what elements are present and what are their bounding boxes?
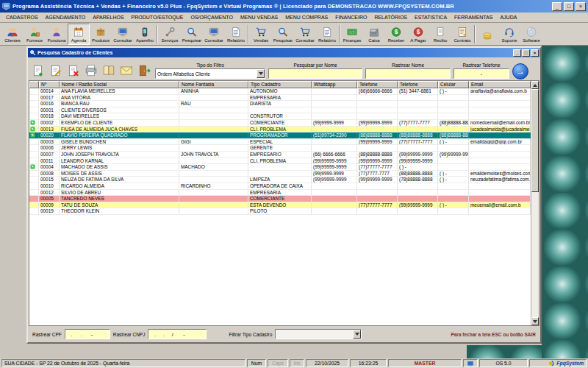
toolbar-funciona-button[interactable]: Funciona — [46, 24, 68, 45]
cell-fantasia — [179, 113, 248, 119]
toolbar-pesquisar-button[interactable]: Pesquisar — [272, 24, 294, 45]
chevron-down-icon[interactable] — [353, 330, 361, 339]
table-row[interactable]: 00019THEODOR KLEINPILOTO — [29, 208, 531, 215]
go-search-button[interactable]: → — [512, 63, 528, 79]
toolbar-fornece-button[interactable]: Fornece — [24, 24, 46, 45]
toolbar-suporte-button[interactable]: Suporte — [498, 24, 520, 45]
print-button[interactable] — [82, 62, 99, 79]
toolbar-a-pagar-button[interactable]: $A Pagar — [407, 24, 429, 45]
scroll-down-button[interactable] — [531, 317, 539, 325]
table-row[interactable]: 00005TANCREDO NEVESCOMERCIANTE — [29, 196, 531, 202]
minimize-button[interactable]: _ — [552, 2, 562, 11]
vertical-scrollbar[interactable] — [531, 81, 539, 325]
close-button[interactable]: × — [576, 2, 586, 11]
table-row[interactable]: 00011LEANDRO KARNALCLI. PROBLEMA(99)9999… — [29, 158, 531, 165]
toolbar-relatorio-button[interactable]: Relatório — [316, 24, 338, 45]
table-row[interactable]: 00009TATU DE SOUZAESTA DEVENDO(77)77777-… — [29, 202, 531, 209]
cell-cel — [438, 164, 469, 170]
toolbar-recibo-button[interactable]: Recibo — [429, 24, 451, 45]
toolbar-pesquisar-button[interactable]: Pesquisar — [181, 24, 203, 45]
table-row[interactable]: 00001CLIENTE DIVERSOS — [29, 107, 531, 114]
menu-item-financeiro[interactable]: FINANCEIRO — [331, 15, 370, 20]
table-row[interactable]: 00010RICARDO ALMEIDARICARDINHOOPERADORA … — [29, 183, 531, 190]
grid-header-whatsapp[interactable]: Whatsapp — [312, 81, 357, 88]
report-icon — [321, 26, 333, 38]
menu-item-aparelhos[interactable]: APARELHOS — [89, 15, 127, 20]
new-button[interactable] — [29, 62, 46, 79]
table-row[interactable]: 00003GISELE BUNDCHENGIGIESPECIAL(99)9999… — [29, 139, 531, 146]
toolbar-consultar-button[interactable]: Consultar — [294, 24, 316, 45]
menu-item-ajuda[interactable]: AJUDA — [496, 15, 520, 20]
toolbar-vendas-button[interactable]: Vendas — [250, 24, 272, 45]
edit-button[interactable] — [47, 62, 64, 79]
grid-header-celular[interactable]: Celular — [438, 81, 469, 88]
child-minimize-button[interactable]: _ — [513, 49, 521, 57]
child-close-button[interactable]: × — [531, 49, 539, 57]
toolbar-receber-button[interactable]: $Receber — [385, 24, 407, 45]
export-button[interactable] — [100, 62, 117, 79]
menu-item-agendamento[interactable]: AGENDAMENTO — [42, 15, 90, 20]
table-row[interactable]: 00013FIUSA DE ALMEIDA JUCA CHAVESCLI. PR… — [29, 127, 531, 133]
grid-header-email[interactable]: Email — [469, 81, 531, 88]
restore-button[interactable]: □ — [564, 2, 574, 11]
grid-header-nome-fantasia[interactable]: Nome Fantasia — [179, 81, 248, 88]
menu-item-produto-estoque[interactable]: PRODUTO/ESTOQUE — [128, 15, 187, 20]
scrollbar-track[interactable] — [531, 89, 539, 317]
menu-item-ferramentas[interactable]: FERRAMENTAS — [451, 15, 496, 20]
toolbar-coins-button[interactable] — [476, 24, 498, 45]
menu-item-relatorios[interactable]: RELATÓRIOS — [370, 15, 411, 20]
toolbar-consultar-button[interactable]: Consultar — [203, 24, 225, 45]
toolbar-servicos-button[interactable]: Serviços — [159, 24, 181, 45]
child-restore-button[interactable]: □ — [522, 49, 530, 57]
table-row[interactable]: 00016BIANCA RAURAUDIARISTA — [29, 101, 531, 107]
toolbar-produtos-button[interactable]: Produtos — [90, 24, 112, 45]
menu-item-estatistica[interactable]: ESTATISTICA — [411, 15, 451, 20]
exit-button[interactable] — [135, 62, 152, 79]
table-row[interactable]: 00012SILVIO DE ABREUEMPRESARIA — [29, 190, 531, 197]
cnpj-input[interactable]: . . / - — [148, 329, 207, 339]
track-phone-input[interactable]: - — [453, 68, 509, 79]
scrollbar-thumb[interactable] — [531, 89, 539, 192]
grid-header-telefone[interactable]: Telefone — [357, 81, 398, 88]
table-row[interactable]: 00008MOISES DE ASSIS(99)9999-9999(77)777… — [29, 171, 531, 177]
search-name-input[interactable] — [268, 68, 362, 79]
toolbar-contrato-button[interactable]: Contrato — [451, 24, 473, 45]
menu-item-menu-compras[interactable]: MENU COMPRAS — [282, 15, 331, 20]
cell-no: 00011 — [39, 158, 60, 164]
table-row[interactable]: 00020FLAVIO PEREIRA QUADRADOPROGRAMADOR(… — [29, 132, 531, 139]
table-row[interactable]: 00004MACHADO DE ASSISMACHADO(99)99999-99… — [29, 164, 531, 171]
grid-header-tipo-cadastro[interactable]: Tipo Cadastro — [248, 81, 312, 88]
chevron-down-icon[interactable] — [257, 69, 265, 78]
toolbar-caixa-button[interactable]: Caixa — [363, 24, 385, 45]
table-row[interactable]: 00015NEUZA DE FATIMA DA SILVALIMPEZA(99)… — [29, 177, 531, 183]
menu-bar: CADASTROSAGENDAMENTOAPARELHOSPRODUTO/EST… — [0, 13, 588, 23]
grid-header-n[interactable]: Nº — [39, 81, 60, 88]
grid-header-telefone[interactable]: Telefone — [398, 81, 438, 88]
menu-item-menu-vendas[interactable]: MENU VENDAS — [237, 15, 282, 20]
cpf-input[interactable]: . . - — [65, 329, 110, 339]
table-row[interactable]: 00006JERRY LEWISGERENTE — [29, 145, 531, 152]
track-name-input[interactable] — [365, 68, 451, 79]
toolbar-software-button[interactable]: Software — [520, 24, 542, 45]
toolbar-agenda-button[interactable]: Agenda — [68, 24, 90, 45]
table-row[interactable]: 00018DAVI MEIRELLESCONSTRUTOR — [29, 113, 531, 120]
toolbar-aparelho-button[interactable]: Aparelho — [134, 24, 156, 45]
menu-item-cadastros[interactable]: CADASTROS — [2, 15, 42, 20]
delete-button[interactable] — [65, 62, 82, 79]
cell-whatsapp — [312, 88, 357, 94]
toolbar-relatorio-button[interactable]: Relatório — [225, 24, 247, 45]
table-row[interactable]: 00007JOHN JOSEPH TRAVOLTAJOHN TRAVOLTAEM… — [29, 152, 531, 158]
scroll-up-button[interactable] — [531, 81, 539, 89]
toolbar-consultar-button[interactable]: Consultar — [112, 24, 134, 45]
toolbar-clientes-button[interactable]: Clientes — [1, 24, 24, 45]
table-row[interactable]: 00017ANA VITÓRIAEMPRESARIA — [29, 95, 531, 102]
table-row[interactable]: 00002EXEMPLO DE CLIENTECOMERCIANTE(99)99… — [29, 120, 531, 127]
filter-tipo-combobox[interactable]: Ordem Alfabetica Cliente — [155, 68, 265, 79]
menu-item-os-orcamento[interactable]: OS/ORÇAMENTO — [187, 15, 236, 20]
table-row[interactable]: 00014ANA FLAVIA MEIRELLESANINHAAUTONOMO(… — [29, 88, 531, 95]
grid-header-icon[interactable] — [29, 81, 39, 88]
grid-header-nome-razao-social[interactable]: Nome / Razão Social — [60, 81, 179, 88]
toolbar-financas-button[interactable]: $Finanças — [341, 24, 363, 45]
email-button[interactable] — [118, 62, 135, 79]
filtrar-tipo-combobox[interactable] — [275, 329, 362, 339]
